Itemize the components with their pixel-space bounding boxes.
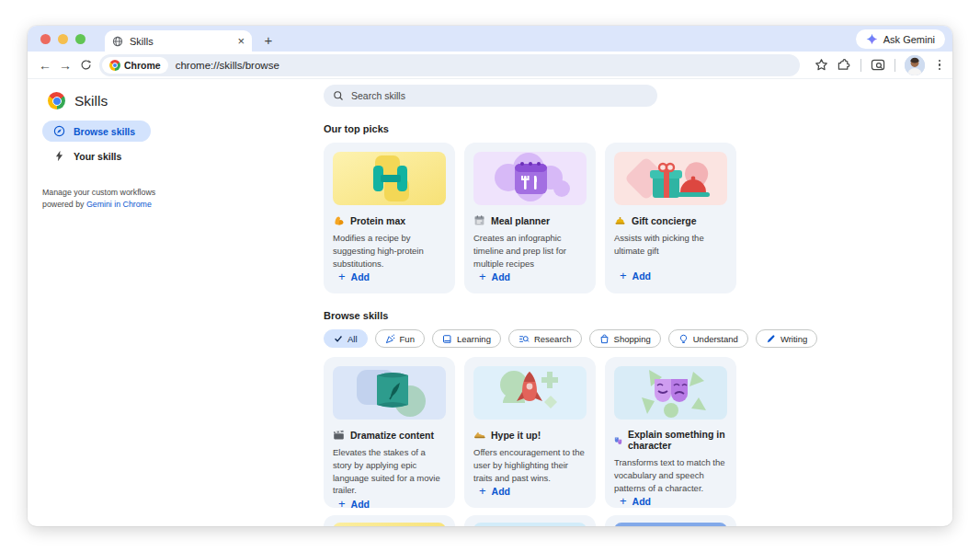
browser-toolbar: ← → Chrome chrome://skills/browse (28, 52, 952, 79)
toolbar-separator (860, 59, 861, 72)
skill-card-partial[interactable] (605, 515, 736, 526)
top-picks-row: Protein max Modifies a recipe by suggest… (324, 143, 952, 293)
close-window-button[interactable] (40, 34, 51, 44)
skill-description: Elevates the stakes of a story by applyi… (333, 446, 446, 497)
browser-window: Skills × + Ask Gemini ← → (28, 26, 952, 526)
filter-chip-understand[interactable]: Understand (668, 329, 748, 348)
main-panel: Our top picks (324, 79, 952, 525)
add-skill-button[interactable]: + Add (473, 270, 587, 285)
skill-title-row: Meal planner (473, 214, 587, 226)
add-skill-button[interactable]: + Add (333, 497, 446, 512)
filter-chip-research[interactable]: Research (508, 329, 582, 348)
tab-strip: Skills × + Ask Gemini (28, 26, 952, 52)
skill-title: Dramatize content (350, 430, 434, 441)
maximize-window-button[interactable] (75, 34, 85, 44)
ask-gemini-label: Ask Gemini (883, 34, 935, 45)
side-panel-search-icon[interactable] (871, 58, 885, 72)
skill-title-row: Explain something in character (614, 429, 727, 451)
skill-illustration (473, 152, 587, 205)
plus-icon: + (338, 270, 346, 283)
minimize-window-button[interactable] (58, 34, 68, 44)
skill-title-row: Protein max (333, 214, 446, 226)
search-bar[interactable] (324, 85, 657, 107)
clapper-board-icon (333, 429, 345, 441)
filter-chip-writing[interactable]: Writing (756, 329, 817, 348)
add-skill-button[interactable]: + Add (614, 494, 727, 510)
add-skill-button[interactable]: + Add (473, 484, 587, 500)
skill-illustration (473, 366, 587, 420)
skill-title: Explain something in character (628, 429, 727, 451)
skill-card-explain-in-character[interactable]: Explain something in character Transform… (605, 357, 736, 508)
chrome-logo-icon (109, 60, 120, 71)
skill-title: Gift concierge (632, 215, 697, 226)
pen-icon (766, 334, 776, 344)
sidebar-item-browse-skills[interactable]: Browse skills (42, 121, 151, 142)
lightning-icon (53, 150, 65, 162)
plus-icon: + (479, 270, 486, 283)
page-content: Skills Browse skills Your skills Manage … (28, 79, 952, 525)
chrome-badge: Chrome (102, 57, 168, 74)
add-skill-button[interactable]: + Add (333, 270, 446, 285)
skill-card-hype-it-up[interactable]: Hype it up! Offers encouragement to the … (464, 357, 596, 508)
search-icon (333, 90, 344, 101)
skill-illustration (473, 523, 587, 526)
plus-icon: + (620, 269, 627, 282)
skill-card-partial[interactable] (324, 515, 455, 526)
toolbar-separator (895, 59, 895, 72)
skill-title: Meal planner (491, 215, 550, 226)
tab-title: Skills (130, 36, 231, 47)
check-icon (334, 334, 343, 343)
skill-card-partial[interactable] (464, 515, 596, 526)
menu-kebab-icon[interactable] (934, 60, 945, 71)
sidebar-item-your-skills[interactable]: Your skills (42, 145, 151, 167)
skill-illustration (614, 523, 727, 526)
skill-card-protein-max[interactable]: Protein max Modifies a recipe by suggest… (324, 143, 455, 293)
plus-icon: + (338, 497, 346, 511)
reload-button[interactable] (75, 55, 96, 75)
skill-title: Protein max (350, 215, 405, 226)
skill-illustration (333, 152, 446, 205)
skill-title-row: Hype it up! (473, 429, 587, 441)
skill-illustration (333, 366, 446, 420)
app-header: Skills (42, 86, 324, 121)
skill-card-meal-planner[interactable]: Meal planner Creates an infographic time… (464, 143, 596, 293)
bookmark-star-icon[interactable] (815, 58, 828, 72)
profile-avatar[interactable] (905, 55, 925, 75)
compass-icon (53, 125, 65, 137)
skill-description: Creates an infographic timeline and prep… (473, 232, 587, 270)
gemini-in-chrome-link[interactable]: Gemini in Chrome (86, 200, 152, 209)
filter-chip-shopping[interactable]: Shopping (589, 329, 661, 348)
address-bar[interactable]: Chrome chrome://skills/browse (99, 54, 800, 76)
calendar-icon (473, 214, 485, 226)
bellhop-bell-icon (614, 214, 626, 226)
filter-chip-fun[interactable]: Fun (375, 329, 425, 348)
skill-card-gift-concierge[interactable]: Gift concierge Assists with picking the … (605, 143, 736, 293)
search-input[interactable] (351, 90, 627, 101)
theater-masks-icon (614, 434, 622, 446)
filter-chip-all[interactable]: All (324, 329, 368, 348)
skill-card-dramatize-content[interactable]: Dramatize content Elevates the stakes of… (324, 357, 455, 508)
back-button[interactable]: ← (35, 55, 55, 75)
skill-description: Assists with picking the ultimate gift (614, 232, 727, 258)
party-popper-icon (385, 334, 395, 344)
sidebar-footer: Manage your custom workflows powered by … (42, 187, 160, 211)
skill-illustration (614, 366, 727, 420)
sidebar-item-label: Browse skills (74, 126, 135, 137)
page-title: Skills (74, 93, 108, 109)
tab-close-icon[interactable]: × (237, 35, 245, 47)
lightbulb-icon (678, 334, 689, 344)
extensions-puzzle-icon[interactable] (838, 58, 851, 72)
forward-button[interactable]: → (55, 55, 75, 75)
tab-skills[interactable]: Skills × (105, 30, 252, 52)
sidebar: Skills Browse skills Your skills Manage … (28, 79, 324, 525)
new-tab-button[interactable]: + (259, 30, 278, 49)
skill-illustration (333, 523, 446, 526)
sidebar-item-label: Your skills (74, 151, 121, 162)
book-icon (442, 334, 452, 344)
partial-row (324, 515, 952, 526)
ask-gemini-button[interactable]: Ask Gemini (856, 29, 945, 49)
filter-chip-learning[interactable]: Learning (432, 329, 501, 348)
add-skill-button[interactable]: + Add (614, 269, 727, 284)
filter-chips: All Fun Learning (324, 329, 952, 348)
globe-favicon-icon (112, 36, 123, 47)
